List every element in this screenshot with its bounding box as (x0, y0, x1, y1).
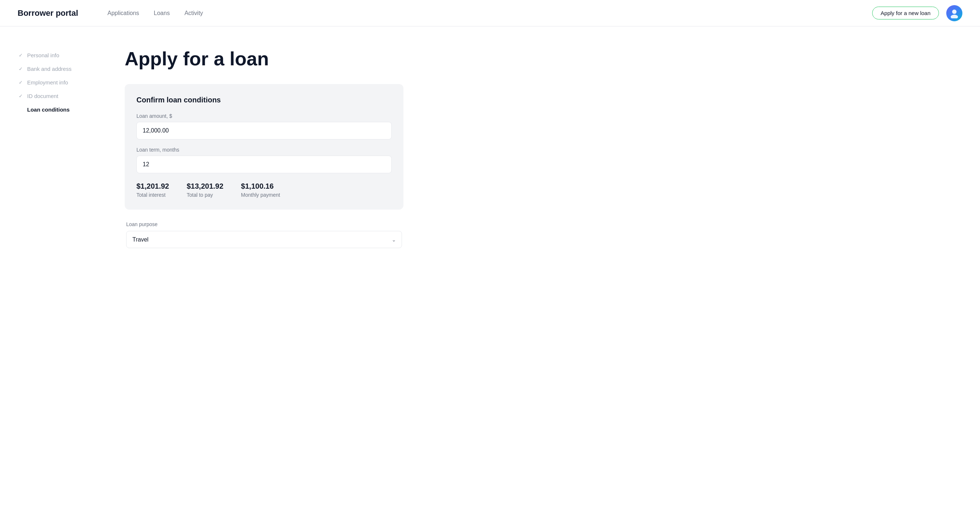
header: Borrower portal Applications Loans Activ… (0, 0, 980, 26)
stat-total-interest-label: Total interest (137, 192, 169, 198)
sidebar-item-id-document[interactable]: ✓ ID document (18, 89, 85, 103)
loan-amount-label: Loan amount, $ (137, 113, 392, 119)
sidebar: ✓ Personal info ✓ Bank and address ✓ Emp… (0, 26, 103, 526)
avatar[interactable] (946, 5, 963, 21)
stat-total-to-pay-label: Total to pay (187, 192, 223, 198)
apply-new-loan-button[interactable]: Apply for a new loan (872, 6, 939, 19)
stat-monthly-payment-value: $1,100.16 (241, 182, 280, 191)
logo: Borrower portal (18, 8, 78, 18)
main-content: Apply for a loan Confirm loan conditions… (103, 26, 433, 526)
stat-total-to-pay: $13,201.92 Total to pay (187, 182, 223, 198)
loan-purpose-select[interactable]: Travel Home improvement Debt consolidati… (126, 231, 402, 248)
svg-point-1 (951, 15, 958, 18)
sidebar-label-personal-info: Personal info (27, 52, 59, 58)
loan-purpose-section: Loan purpose Travel Home improvement Deb… (125, 222, 403, 248)
loan-purpose-label: Loan purpose (126, 222, 402, 227)
check-icon-personal-info: ✓ (18, 53, 24, 58)
sidebar-item-bank-address[interactable]: ✓ Bank and address (18, 62, 85, 76)
loan-term-field-group: Loan term, months (137, 147, 392, 173)
stat-total-interest-value: $1,201.92 (137, 182, 169, 191)
loan-amount-field-group: Loan amount, $ (137, 113, 392, 139)
sidebar-item-personal-info[interactable]: ✓ Personal info (18, 48, 85, 62)
sidebar-label-loan-conditions: Loan conditions (27, 107, 70, 113)
sidebar-label-id-document: ID document (27, 93, 58, 99)
card-title: Confirm loan conditions (137, 96, 392, 104)
main-nav: Applications Loans Activity (107, 10, 872, 16)
page-title: Apply for a loan (125, 48, 403, 69)
loan-purpose-select-wrapper: Travel Home improvement Debt consolidati… (126, 231, 402, 248)
loan-amount-input[interactable] (137, 122, 392, 139)
nav-applications[interactable]: Applications (107, 10, 139, 16)
check-icon-id-document: ✓ (18, 93, 24, 99)
stat-total-to-pay-value: $13,201.92 (187, 182, 223, 191)
sidebar-item-loan-conditions[interactable]: ✓ Loan conditions (18, 103, 85, 116)
nav-loans[interactable]: Loans (154, 10, 170, 16)
stat-monthly-payment-label: Monthly payment (241, 192, 280, 198)
check-icon-employment-info: ✓ (18, 80, 24, 86)
check-icon-bank-address: ✓ (18, 66, 24, 72)
svg-point-0 (952, 10, 956, 14)
sidebar-label-employment-info: Employment info (27, 79, 68, 86)
nav-activity[interactable]: Activity (185, 10, 203, 16)
header-actions: Apply for a new loan (872, 5, 963, 21)
sidebar-item-employment-info[interactable]: ✓ Employment info (18, 76, 85, 89)
sidebar-label-bank-address: Bank and address (27, 66, 72, 72)
loan-term-input[interactable] (137, 156, 392, 173)
stat-total-interest: $1,201.92 Total interest (137, 182, 169, 198)
stat-monthly-payment: $1,100.16 Monthly payment (241, 182, 280, 198)
loan-term-label: Loan term, months (137, 147, 392, 153)
loan-conditions-card: Confirm loan conditions Loan amount, $ L… (125, 84, 403, 210)
main-layout: ✓ Personal info ✓ Bank and address ✓ Emp… (0, 26, 980, 526)
stats-row: $1,201.92 Total interest $13,201.92 Tota… (137, 182, 392, 198)
avatar-image (946, 5, 963, 21)
